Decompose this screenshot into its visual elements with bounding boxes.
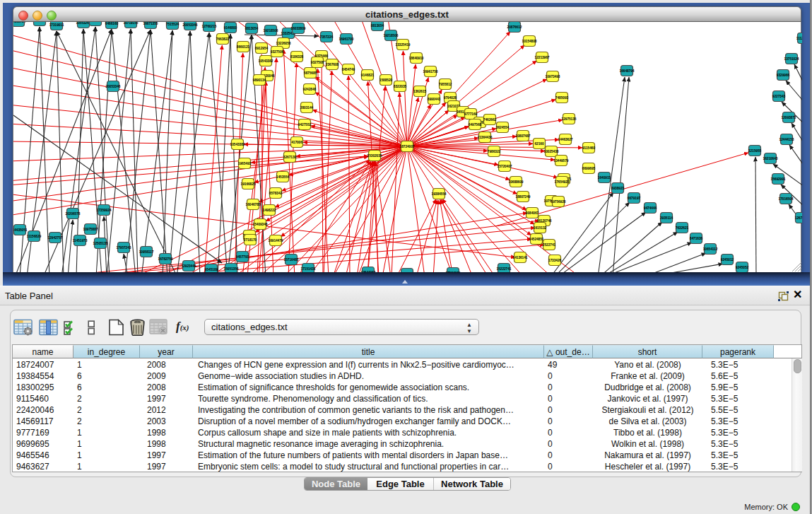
svg-text:7357224: 7357224: [320, 35, 334, 39]
svg-text:7485093: 7485093: [555, 96, 569, 100]
svg-text:10154808: 10154808: [522, 40, 537, 43]
svg-text:7515524: 7515524: [166, 23, 180, 26]
svg-text:1267537: 1267537: [795, 216, 802, 220]
svg-text:7986322: 7986322: [488, 150, 501, 153]
svg-text:15051356: 15051356: [224, 267, 239, 271]
svg-text:3624554: 3624554: [496, 126, 510, 129]
svg-text:9115460: 9115460: [582, 146, 595, 150]
svg-text:12444153: 12444153: [779, 138, 794, 141]
svg-text:14055724: 14055724: [13, 22, 26, 23]
svg-text:6699695: 6699695: [582, 167, 596, 170]
svg-text:12975135: 12975135: [562, 117, 577, 121]
svg-text:16961700: 16961700: [339, 37, 354, 41]
svg-text:2718170: 2718170: [244, 238, 257, 242]
svg-text:3215955: 3215955: [748, 149, 762, 153]
svg-text:1588520: 1588520: [379, 78, 393, 82]
svg-text:9146821: 9146821: [361, 74, 375, 77]
svg-text:14435051: 14435051: [13, 228, 28, 232]
svg-text:10958117: 10958117: [139, 250, 154, 254]
svg-text:8813054: 8813054: [371, 24, 384, 28]
svg-text:6679197: 6679197: [628, 197, 641, 200]
svg-text:1362615: 1362615: [413, 90, 427, 93]
svg-text:10543382: 10543382: [230, 143, 245, 146]
svg-text:18724007: 18724007: [400, 145, 415, 148]
svg-text:9084067: 9084067: [526, 211, 539, 215]
svg-text:16961758: 16961758: [423, 70, 438, 74]
svg-text:10973493: 10973493: [546, 75, 560, 78]
svg-text:16046785: 16046785: [246, 203, 261, 206]
svg-text:5875685: 5875685: [304, 71, 317, 75]
svg-text:16914479: 16914479: [269, 239, 283, 243]
svg-text:17534585: 17534585: [446, 271, 461, 272]
svg-text:8660123: 8660123: [237, 45, 250, 49]
svg-text:16671355: 16671355: [143, 22, 158, 25]
svg-text:9457791: 9457791: [236, 255, 249, 259]
svg-text:10807487: 10807487: [516, 134, 531, 138]
svg-text:9245012: 9245012: [721, 258, 734, 262]
svg-text:8813054: 8813054: [245, 27, 259, 30]
svg-text:15692991: 15692991: [771, 177, 786, 181]
svg-text:15222741: 15222741: [497, 267, 512, 271]
svg-text:9245052: 9245052: [736, 266, 749, 269]
svg-text:10543382: 10543382: [259, 59, 273, 63]
svg-text:7955812: 7955812: [439, 83, 452, 86]
svg-text:12544063: 12544063: [361, 271, 376, 272]
svg-text:13226058: 13226058: [276, 42, 291, 45]
svg-text:20053346: 20053346: [106, 85, 121, 88]
svg-text:62160: 62160: [534, 142, 543, 146]
svg-text:8186328: 8186328: [290, 55, 304, 59]
svg-text:9227343: 9227343: [772, 95, 786, 98]
svg-text:13449579: 13449579: [554, 159, 569, 163]
svg-text:10719155: 10719155: [124, 22, 139, 25]
svg-text:12093872: 12093872: [782, 116, 796, 119]
svg-text:14463627: 14463627: [558, 138, 573, 141]
svg-text:9474444: 9474444: [644, 206, 657, 210]
svg-text:13325419: 13325419: [396, 43, 411, 47]
svg-text:9242848: 9242848: [303, 88, 317, 91]
svg-text:7663822: 7663822: [216, 37, 230, 41]
svg-text:19218506: 19218506: [264, 29, 278, 33]
svg-text:16033809: 16033809: [291, 27, 306, 30]
svg-text:6497568: 6497568: [469, 123, 482, 127]
svg-text:12942757: 12942757: [48, 236, 63, 240]
svg-text:13751024: 13751024: [784, 57, 799, 61]
svg-text:8454749: 8454749: [342, 68, 355, 71]
svg-text:9545109: 9545109: [205, 268, 218, 271]
svg-text:9794028: 9794028: [444, 96, 457, 100]
svg-text:11451973: 11451973: [73, 239, 88, 243]
svg-text:8322035: 8322035: [394, 85, 407, 88]
svg-text:1733426: 1733426: [548, 259, 562, 262]
svg-text:8912954: 8912954: [255, 47, 269, 50]
svg-text:9146800: 9146800: [224, 26, 237, 30]
svg-text:12505135: 12505135: [93, 242, 108, 245]
svg-text:11122283: 11122283: [796, 37, 802, 40]
svg-text:7462662: 7462662: [483, 118, 497, 122]
svg-text:10654112: 10654112: [703, 247, 718, 251]
svg-text:417006: 417006: [291, 141, 302, 144]
svg-text:9777169: 9777169: [464, 112, 478, 116]
svg-text:10975887: 10975887: [83, 228, 98, 231]
svg-text:2803144: 2803144: [300, 106, 314, 110]
svg-text:21364436: 21364436: [478, 136, 493, 139]
svg-text:17016504: 17016504: [779, 197, 794, 201]
svg-text:17654923: 17654923: [555, 180, 570, 184]
svg-text:18807249: 18807249: [516, 195, 531, 199]
svg-text:20206578: 20206578: [66, 212, 81, 216]
svg-text:20091406: 20091406: [33, 22, 47, 23]
svg-text:19166825: 19166825: [241, 182, 256, 186]
svg-text:10688609: 10688609: [509, 180, 524, 184]
svg-text:9890134: 9890134: [253, 78, 266, 82]
svg-text:6466160: 6466160: [105, 22, 119, 25]
svg-text:15409348: 15409348: [253, 223, 268, 226]
svg-text:16210643: 16210643: [763, 157, 778, 160]
svg-text:17957243: 17957243: [117, 246, 131, 250]
svg-text:15716485: 15716485: [284, 258, 299, 262]
svg-text:8938923: 8938923: [611, 187, 625, 190]
svg-text:2935114: 2935114: [660, 216, 673, 220]
svg-text:8578342: 8578342: [269, 192, 283, 195]
svg-text:3267130: 3267130: [283, 156, 297, 159]
svg-text:7632621: 7632621: [676, 226, 689, 230]
svg-text:1615132: 1615132: [534, 226, 547, 230]
svg-text:1527602: 1527602: [89, 22, 102, 23]
svg-text:8990443: 8990443: [428, 98, 441, 101]
